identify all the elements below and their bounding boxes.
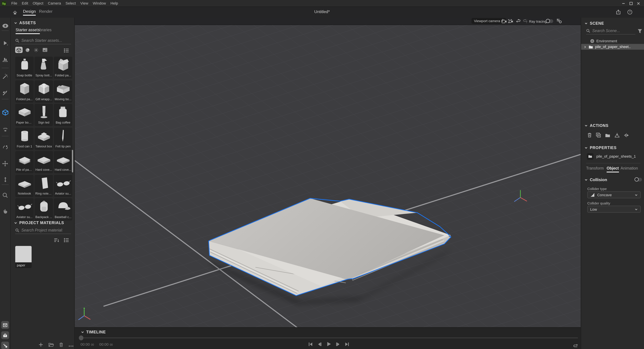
tab-libraries[interactable]: Libraries [36,28,52,33]
menu-help[interactable]: Help [108,0,120,6]
asset-tile[interactable]: Food can 1 [15,128,34,150]
filter-materials-button[interactable] [24,47,31,53]
asset-tile[interactable]: Moving bo... [54,80,72,102]
orbit-tool[interactable] [2,144,9,151]
filter-lights-button[interactable] [32,47,40,53]
asset-tile[interactable]: Bag coffee [54,104,72,126]
scene-header[interactable]: SCENE [584,21,604,26]
tab-design[interactable]: Design [23,9,36,16]
minimize-button[interactable] [621,1,626,6]
zoom-tool[interactable] [2,192,9,199]
asset-tile[interactable]: Felt tip pen [54,128,72,150]
select-tool[interactable] [2,40,9,46]
materials-search-input[interactable] [21,228,62,232]
filter-images-button[interactable] [41,47,48,53]
primitive-cube-tool[interactable] [2,109,9,116]
eyedropper-tool[interactable] [2,90,9,96]
group-action-button[interactable] [605,132,610,139]
open-folder-button[interactable] [48,341,54,348]
add-material-button[interactable] [38,341,43,348]
home-button[interactable] [12,10,18,17]
camera-undo-button[interactable] [515,18,522,24]
asset-list-view-button[interactable] [64,47,69,54]
asset-tile[interactable]: Aviator su... [54,175,72,197]
move-tool[interactable] [2,160,9,167]
menu-object[interactable]: Object [30,0,46,6]
asset-tile[interactable]: Paper box ... [15,104,34,126]
properties-tab-transform[interactable]: Transform [586,166,604,172]
delete-material-button[interactable] [59,341,63,348]
menu-edit[interactable]: Edit [20,0,30,6]
pan-tool[interactable] [2,208,9,215]
share-button[interactable] [616,9,621,16]
collision-toggle[interactable] [635,178,642,182]
scene-node-environment[interactable]: Environment [581,38,644,44]
skip-to-end-button[interactable] [344,342,350,346]
ray-tracing-toggle[interactable] [546,19,553,23]
render-settings-button[interactable] [556,18,563,24]
add-tool[interactable] [2,22,9,29]
asset-tile[interactable]: Baseball c... [54,198,72,220]
stage-tool[interactable] [2,56,9,63]
playhead-knob[interactable] [79,336,84,340]
timeline-header[interactable]: TIMELINE [81,330,106,334]
scene-search[interactable] [586,28,631,33]
materials-list-view-button[interactable] [64,237,69,244]
tab-render[interactable]: Render [39,9,52,15]
asset-tile[interactable]: Aviator su... [15,198,34,220]
project-materials-header[interactable]: PROJECT MATERIALS [14,220,64,225]
menu-select[interactable]: Select [63,0,78,6]
assets-search[interactable] [15,38,62,43]
material-tile-paper[interactable]: paper [15,246,32,268]
filter-models-button[interactable] [15,47,22,53]
menu-file[interactable]: File [9,0,20,6]
viewport-3d[interactable] [75,25,581,327]
properties-tab-animation[interactable]: Animation [621,166,638,172]
asset-tile[interactable]: Soap bottle [15,57,34,79]
asset-tile[interactable]: Sign led [34,104,53,126]
asset-tile[interactable]: Folded pa... [15,80,34,102]
magic-wand-tool[interactable] [2,73,9,80]
materials-search[interactable] [15,228,62,232]
properties-tab-object[interactable]: Object [606,166,619,172]
mirror-action-button[interactable] [624,132,629,139]
loop-playback-button[interactable] [573,342,578,349]
asset-tile[interactable]: Hard cove... [54,151,72,173]
asset-tile[interactable]: Gift wrapp... [34,80,53,102]
duplicate-action-button[interactable] [596,132,601,139]
toolbox-button[interactable] [1,331,9,339]
asset-tile[interactable]: Backpack ... [34,198,53,220]
tab-starter-assets[interactable]: Starter assets [16,28,40,34]
asset-tile[interactable]: Takeout box [34,128,53,150]
asset-box-button[interactable] [1,321,9,329]
scene-filter-button[interactable] [638,28,642,35]
step-back-button[interactable] [317,342,322,346]
collision-section-header[interactable]: Collision [584,178,607,182]
materials-sort-button[interactable] [54,237,60,244]
scene-search-input[interactable] [592,28,631,33]
collider-type-select[interactable]: Concave [587,191,641,198]
collider-quality-select[interactable]: Low [587,206,641,213]
menu-window[interactable]: Window [90,0,108,6]
scene-node-pile-of-paper[interactable]: pile_of_paper_sheet.. [581,44,644,50]
more-options-button[interactable] [68,341,74,348]
asset-tile[interactable]: Pile of pap... [15,151,34,173]
paper-stack-object[interactable] [208,198,451,296]
actions-header[interactable]: ACTIONS [584,123,608,128]
menu-camera[interactable]: Camera [46,0,63,6]
asset-tile[interactable]: Ring noteb... [34,175,53,197]
frame-camera-button[interactable] [508,18,514,24]
environment-light-tool[interactable] [2,126,9,132]
asset-tile[interactable]: Spray bott... [34,57,53,79]
properties-header[interactable]: PROPERTIES [584,145,616,150]
close-button[interactable] [636,1,641,6]
skip-to-start-button[interactable] [308,342,313,346]
asset-tile[interactable]: Hard cove... [34,151,53,173]
step-forward-button[interactable] [336,342,340,346]
asset-tile[interactable]: Notebook [15,175,34,197]
assets-header[interactable]: ASSETS [14,20,36,25]
add-camera-button[interactable] [501,18,508,24]
menu-view[interactable]: View [78,0,90,6]
particles-button[interactable] [1,342,9,349]
assets-scrollbar[interactable] [72,150,73,172]
